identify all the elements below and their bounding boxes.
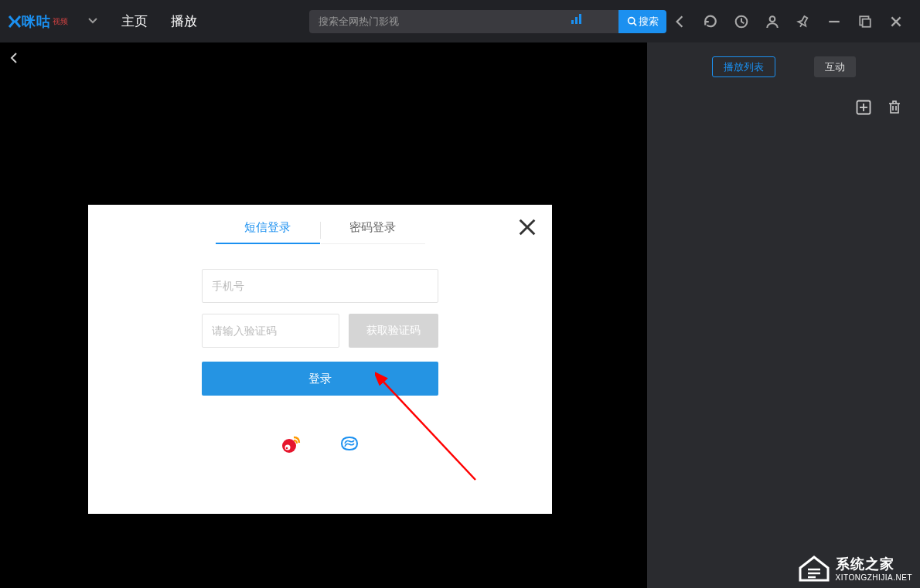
svg-point-15 (285, 445, 291, 450)
code-row: 获取验证码 (202, 314, 438, 348)
nav-home[interactable]: 主页 (121, 12, 148, 30)
pin-icon[interactable] (795, 13, 812, 30)
weibo-icon[interactable] (280, 433, 302, 454)
watermark-text: 系统之家 XITONGZHIJIA.NET (836, 555, 913, 582)
svg-line-1 (633, 23, 635, 25)
svg-point-0 (628, 18, 634, 24)
chevron-down-icon[interactable] (87, 15, 98, 29)
sidebar-actions (647, 85, 920, 116)
logo-text: 咪咕 (22, 12, 51, 31)
svg-point-16 (286, 447, 288, 450)
header-controls (671, 13, 912, 30)
svg-rect-2 (571, 20, 574, 24)
search-icon (627, 16, 637, 26)
logo-mark-icon (8, 15, 22, 29)
trash-icon[interactable] (886, 99, 903, 116)
login-modal: 短信登录 密码登录 获取验证码 登录 (88, 205, 552, 514)
user-icon[interactable] (764, 13, 781, 30)
svg-rect-3 (575, 17, 578, 24)
login-button[interactable]: 登录 (202, 362, 438, 396)
social-login (88, 433, 552, 454)
back-chevron-icon[interactable] (8, 52, 20, 67)
maximize-icon[interactable] (857, 13, 874, 30)
logo: 咪咕 视频 (8, 12, 68, 31)
back-icon[interactable] (671, 13, 688, 30)
watermark-title: 系统之家 (836, 555, 913, 573)
right-sidebar: 播放列表 互动 (647, 42, 920, 588)
main-area: 短信登录 密码登录 获取验证码 登录 (0, 42, 920, 588)
modal-close-icon[interactable] (516, 216, 538, 241)
sidebar-tabs: 播放列表 互动 (647, 42, 920, 85)
app-header: 咪咕 视频 主页 播放 搜索 (0, 0, 920, 42)
add-icon[interactable] (855, 99, 872, 116)
minimize-icon[interactable] (826, 13, 843, 30)
history-icon[interactable] (733, 13, 750, 30)
svg-rect-4 (579, 14, 581, 24)
login-form: 获取验证码 登录 (88, 269, 552, 396)
trending-icon[interactable] (571, 14, 583, 27)
tab-sms-login[interactable]: 短信登录 (216, 220, 320, 244)
search-button[interactable]: 搜索 (618, 10, 666, 33)
close-icon[interactable] (888, 13, 905, 30)
search-button-label: 搜索 (639, 15, 659, 29)
watermark-house-icon (797, 552, 831, 583)
logo-sub: 视频 (53, 16, 68, 27)
login-tabs: 短信登录 密码登录 (88, 205, 552, 244)
nav-play[interactable]: 播放 (171, 12, 197, 30)
svg-rect-9 (863, 19, 871, 26)
send-code-button[interactable]: 获取验证码 (349, 314, 438, 348)
china-mobile-icon[interactable] (339, 433, 360, 454)
tab-interact[interactable]: 互动 (814, 56, 856, 77)
svg-point-6 (770, 16, 775, 22)
watermark-sub: XITONGZHIJIA.NET (836, 573, 913, 582)
verification-code-input[interactable] (202, 314, 339, 348)
watermark: 系统之家 XITONGZHIJIA.NET (797, 552, 913, 583)
tab-playlist[interactable]: 播放列表 (712, 56, 775, 77)
refresh-icon[interactable] (702, 13, 719, 30)
search-bar: 搜索 (309, 10, 666, 33)
video-player-area: 短信登录 密码登录 获取验证码 登录 (0, 42, 647, 588)
phone-input[interactable] (202, 269, 438, 303)
tab-password-login[interactable]: 密码登录 (321, 220, 425, 244)
